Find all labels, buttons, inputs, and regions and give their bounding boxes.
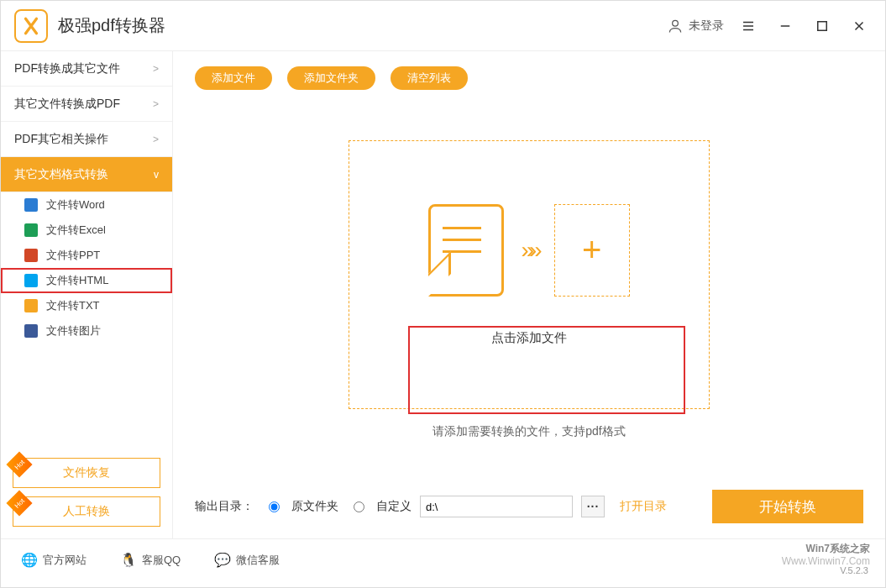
app-title: 极强pdf转换器 bbox=[58, 14, 165, 37]
output-custom-label: 自定义 bbox=[376, 499, 412, 514]
plus-icon: + bbox=[554, 204, 630, 297]
excel-icon bbox=[24, 223, 38, 237]
footer: 🌐官方网站 🐧客服QQ 💬微信客服 V.5.2.3 Win7系统之家 Www.W… bbox=[1, 538, 885, 580]
drop-zone-graphic: »» + bbox=[428, 204, 629, 297]
image-icon bbox=[24, 324, 38, 338]
output-label: 输出目录： bbox=[195, 499, 254, 514]
content: 添加文件 添加文件夹 清空列表 »» + 点击添加文件 请添加需要转换的文件，支… bbox=[173, 51, 885, 538]
hot-badge-icon: Hot bbox=[6, 451, 32, 477]
sidebar-item-to-ppt[interactable]: 文件转PPT bbox=[1, 243, 172, 268]
minimize-button[interactable] bbox=[773, 13, 798, 39]
drop-zone-hint: 请添加需要转换的文件，支持pdf格式 bbox=[195, 424, 863, 439]
sidebar-cat-other-formats[interactable]: 其它文档格式转换v bbox=[1, 157, 172, 192]
chevron-down-icon: v bbox=[154, 169, 159, 181]
login-status: 未登录 bbox=[689, 18, 724, 34]
official-site-link[interactable]: 🌐官方网站 bbox=[21, 552, 87, 568]
qq-icon: 🐧 bbox=[120, 552, 137, 568]
add-folder-button[interactable]: 添加文件夹 bbox=[287, 66, 375, 90]
txt-icon bbox=[24, 299, 38, 312]
clear-list-button[interactable]: 清空列表 bbox=[391, 66, 468, 90]
svg-rect-1 bbox=[818, 21, 827, 30]
sidebar-cat-other-to-pdf[interactable]: 其它文件转换成PDF> bbox=[1, 87, 172, 122]
close-button[interactable] bbox=[847, 13, 872, 39]
maximize-button[interactable] bbox=[810, 13, 835, 39]
user-icon bbox=[667, 18, 684, 34]
title-right: 未登录 bbox=[667, 13, 872, 39]
browse-button[interactable]: ··· bbox=[581, 496, 605, 517]
app-logo bbox=[14, 9, 48, 43]
wechat-icon: 💬 bbox=[214, 552, 231, 568]
output-original-radio[interactable] bbox=[269, 501, 280, 512]
output-path-input[interactable] bbox=[420, 496, 573, 517]
svg-point-0 bbox=[673, 20, 679, 26]
ppt-icon bbox=[24, 249, 38, 262]
title-bar: 极强pdf转换器 未登录 bbox=[1, 1, 885, 51]
sidebar-cat-pdf-to-other[interactable]: PDF转换成其它文件> bbox=[1, 51, 172, 87]
chevron-right-icon: > bbox=[153, 98, 159, 110]
drop-zone-text: 点击添加文件 bbox=[491, 330, 567, 346]
open-dir-link[interactable]: 打开目录 bbox=[620, 499, 667, 514]
html-icon bbox=[24, 274, 38, 287]
wechat-support-link[interactable]: 💬微信客服 bbox=[214, 552, 280, 568]
add-file-button[interactable]: 添加文件 bbox=[195, 66, 272, 90]
sidebar-item-to-excel[interactable]: 文件转Excel bbox=[1, 218, 172, 243]
output-custom-radio[interactable] bbox=[354, 501, 364, 512]
arrow-right-icon: »» bbox=[521, 237, 537, 264]
document-icon bbox=[428, 204, 504, 297]
sidebar-cat-pdf-ops[interactable]: PDF其它相关操作> bbox=[1, 122, 172, 157]
chevron-right-icon: > bbox=[153, 63, 159, 75]
manual-convert-button[interactable]: Hot人工转换 bbox=[13, 496, 160, 527]
toolbar: 添加文件 添加文件夹 清空列表 bbox=[195, 66, 863, 90]
output-original-label: 原文件夹 bbox=[291, 499, 338, 514]
drop-zone[interactable]: »» + 点击添加文件 bbox=[349, 140, 710, 409]
word-icon bbox=[24, 198, 38, 212]
login-button[interactable]: 未登录 bbox=[667, 18, 724, 34]
hot-badge-icon: Hot bbox=[6, 490, 32, 516]
chevron-right-icon: > bbox=[153, 134, 159, 145]
sidebar-item-to-word[interactable]: 文件转Word bbox=[1, 192, 172, 218]
sidebar-bottom: Hot文件恢复 Hot人工转换 bbox=[1, 458, 172, 538]
title-left: 极强pdf转换器 bbox=[14, 9, 165, 43]
sidebar: PDF转换成其它文件> 其它文件转换成PDF> PDF其它相关操作> 其它文档格… bbox=[1, 51, 173, 538]
sidebar-item-to-image[interactable]: 文件转图片 bbox=[1, 318, 172, 344]
sidebar-item-to-html[interactable]: 文件转HTML bbox=[1, 268, 172, 293]
start-convert-button[interactable]: 开始转换 bbox=[712, 490, 863, 523]
file-recovery-button[interactable]: Hot文件恢复 bbox=[13, 458, 160, 488]
qq-support-link[interactable]: 🐧客服QQ bbox=[120, 552, 181, 568]
globe-icon: 🌐 bbox=[21, 552, 38, 568]
watermark: Win7系统之家 Www.Winwin7.Com bbox=[782, 543, 870, 567]
sidebar-item-to-txt[interactable]: 文件转TXT bbox=[1, 293, 172, 318]
output-bar: 输出目录： 原文件夹 自定义 ··· 打开目录 开始转换 bbox=[195, 490, 863, 523]
main: PDF转换成其它文件> 其它文件转换成PDF> PDF其它相关操作> 其它文档格… bbox=[1, 51, 885, 538]
menu-button[interactable] bbox=[736, 13, 761, 39]
